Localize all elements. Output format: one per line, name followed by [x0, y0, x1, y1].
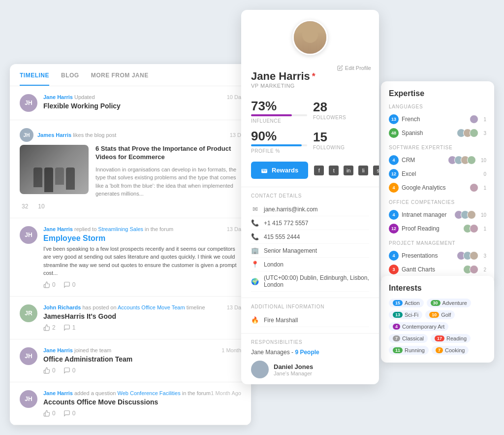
facebook-icon[interactable]: f [314, 166, 324, 175]
exp-spanish: 48 Spanish 3 [389, 126, 486, 140]
contact-details-section: CONTACT DETAILS ✉ jane.harris@ink.com 📞 … [241, 187, 379, 298]
comment-action[interactable]: 0 [63, 367, 76, 374]
feed-link[interactable]: Web Conference Facilities [117, 390, 180, 396]
manages-count[interactable]: 9 People [295, 349, 319, 356]
feed-author[interactable]: Jane Harris [43, 390, 73, 396]
additional-info-section: ADDITIONAL INFORMATION 🔥 Fire Marshall [241, 298, 379, 333]
exp-badge: 4 [389, 155, 399, 165]
interest-classical[interactable]: 7 Classical [389, 334, 428, 343]
interest-badge: 13 [393, 312, 403, 318]
competencies-label: OFFICE COMPETANCIES [389, 200, 486, 205]
like-count: 0 [52, 410, 56, 417]
interest-name: Sci-Fi [405, 312, 418, 318]
phone2-value: 415 555 2444 [264, 234, 300, 240]
email-value: jane.harris@ink.com [264, 206, 318, 213]
rewards-label: Rewards [272, 167, 298, 174]
languages-label: LANGUAGES [389, 104, 486, 109]
comment-icon [63, 410, 70, 417]
linkedin-icon[interactable]: li [358, 166, 368, 175]
exp-name: Google Analytics [402, 184, 467, 191]
comment-icon [63, 367, 70, 374]
email-icon: ✉ [251, 205, 259, 213]
like-action[interactable]: 0 [43, 367, 56, 374]
feed-author[interactable]: Jane Harris [43, 226, 73, 232]
interest-badge: 11 [393, 347, 403, 353]
edit-profile-button[interactable]: Edit Profile [337, 65, 371, 71]
timeline-card: TIMELINE BLOG MORE FROM JANE JH Jane Har… [10, 64, 251, 425]
thumbs-up-icon [43, 324, 50, 331]
exp-mini-avatar [470, 115, 478, 124]
storm-label[interactable]: Employee Storm [43, 234, 105, 242]
interest-cooking[interactable]: 7 Cooking [432, 346, 469, 355]
comment-action[interactable]: 1 [63, 324, 76, 331]
followers-stat: 28 FOLLOWERS [313, 100, 369, 124]
fire-icon: 🔥 [251, 316, 259, 324]
timeline-feed: JH Jane Harris Updated 10 Da Flexible Wo… [10, 86, 251, 425]
feed-link[interactable]: Streamlining Sales [98, 226, 143, 232]
feed-author[interactable]: John Richards [43, 304, 81, 310]
dept-value: Senior Management [264, 247, 317, 254]
exp-badge: 4 [389, 251, 399, 261]
list-item: JH Jane Harris replied to Streamlining S… [10, 218, 251, 297]
contact-email: ✉ jane.harris@ink.com [251, 202, 369, 216]
twitter-icon[interactable]: t [329, 166, 339, 175]
feed-author[interactable]: Jane Harris [43, 347, 73, 353]
instagram-icon[interactable]: in [344, 166, 353, 175]
comment-count: 0 [72, 281, 76, 288]
like-action[interactable]: 2 [43, 324, 56, 331]
following-stat: 15 FOLLOWING [313, 130, 369, 154]
manages-text: Jane Manages - [251, 349, 293, 356]
contact-timezone: 🌍 (UTC+00:00) Dublin, Edinburgh, Lisbon,… [251, 271, 369, 292]
interest-name: Golf [441, 312, 451, 318]
manages-row: Jane Manages - 9 People [251, 349, 369, 356]
comment-action[interactable]: 0 [63, 410, 76, 417]
responsibilities-label: RESPONSIBILITIES [251, 339, 369, 345]
rewards-button[interactable]: Rewards [251, 162, 308, 179]
exp-count: 0 [483, 171, 486, 177]
comment-action[interactable]: 0 [63, 281, 76, 288]
contact-label: CONTACT DETAILS [251, 193, 369, 199]
exp-mini-avatar [467, 156, 476, 165]
exp-count: 1 [483, 185, 486, 191]
avatar: JH [20, 226, 37, 244]
exp-badge: 48 [389, 128, 399, 138]
list-item: JH Jane Harris added a question Web Conf… [10, 382, 251, 425]
feed-link[interactable]: Accounts Office Move Team [118, 304, 185, 310]
feed-suffix: in the forum [145, 226, 173, 232]
additional-label: ADDITIONAL INFORMATION [251, 304, 369, 309]
exp-crm: 4 CRM 10 [389, 153, 486, 167]
interest-name: Classical [402, 335, 424, 341]
like-action[interactable]: 0 [43, 281, 56, 288]
feed-suffix: timeline [187, 304, 205, 310]
feed-date: 13 Da [227, 304, 241, 310]
like-count: 0 [52, 281, 56, 288]
contact-location: 📍 London [251, 258, 369, 271]
profile-stats: 73% INFLUENCE 28 FOLLOWERS 90% PROFILE %… [241, 100, 379, 162]
comment-icon [63, 281, 70, 288]
interest-adventure[interactable]: 30 Adventure [427, 299, 471, 307]
interest-running[interactable]: 11 Running [389, 346, 429, 355]
exp-count: 3 [483, 253, 486, 259]
interest-reading[interactable]: 17 Reading [431, 334, 471, 343]
comment-action[interactable]: 10 [36, 203, 44, 210]
skype-icon[interactable]: s [373, 166, 379, 175]
storm-text: I've been speaking to a few lost prospec… [43, 245, 241, 277]
like-action[interactable]: 32 [20, 203, 28, 210]
interest-action[interactable]: 15 Action [389, 299, 424, 307]
like-action[interactable]: 0 [43, 410, 56, 417]
feed-action: Updated [74, 94, 95, 100]
tab-more-from-jane[interactable]: MORE FROM JANE [91, 64, 149, 86]
tab-blog[interactable]: BLOG [61, 64, 79, 86]
interest-sci-fi[interactable]: 13 Sci-Fi [389, 310, 422, 319]
phone-value: +1 415 772 5557 [264, 220, 308, 227]
exp-count: 1 [483, 117, 486, 122]
timezone-value: (UTC+00:00) Dublin, Edinburgh, Lisbon, L… [264, 274, 369, 288]
interest-contemporary-art[interactable]: 4 Contemporary Art [389, 322, 448, 331]
feed-author[interactable]: Jane Harris [43, 94, 73, 100]
tab-timeline[interactable]: TIMELINE [20, 64, 49, 86]
list-item: JH Jane Harris Updated 10 Da Flexible Wo… [10, 86, 251, 120]
profile-pct-value: 90% [251, 130, 307, 142]
exp-mini-avatar [470, 224, 478, 233]
interest-golf[interactable]: 10 Golf [425, 310, 455, 319]
feed-author[interactable]: James Harris [37, 132, 71, 138]
